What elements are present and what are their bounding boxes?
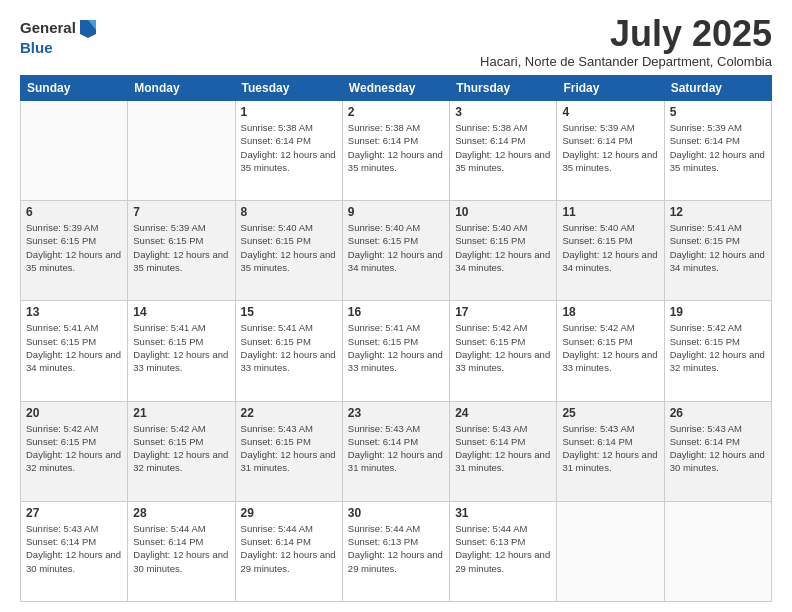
day-info: Sunrise: 5:38 AM Sunset: 6:14 PM Dayligh… — [241, 121, 337, 174]
calendar-day-cell — [21, 101, 128, 201]
day-info: Sunrise: 5:39 AM Sunset: 6:14 PM Dayligh… — [670, 121, 766, 174]
day-number: 4 — [562, 105, 658, 119]
calendar-day-cell: 25Sunrise: 5:43 AM Sunset: 6:14 PM Dayli… — [557, 401, 664, 501]
day-number: 24 — [455, 406, 551, 420]
day-info: Sunrise: 5:40 AM Sunset: 6:15 PM Dayligh… — [241, 221, 337, 274]
calendar-header-row: SundayMondayTuesdayWednesdayThursdayFrid… — [21, 76, 772, 101]
calendar-day-cell: 6Sunrise: 5:39 AM Sunset: 6:15 PM Daylig… — [21, 201, 128, 301]
day-number: 12 — [670, 205, 766, 219]
day-number: 9 — [348, 205, 444, 219]
month-year: July 2025 — [480, 16, 772, 52]
day-number: 19 — [670, 305, 766, 319]
calendar-week-row: 1Sunrise: 5:38 AM Sunset: 6:14 PM Daylig… — [21, 101, 772, 201]
calendar-day-cell: 12Sunrise: 5:41 AM Sunset: 6:15 PM Dayli… — [664, 201, 771, 301]
calendar-day-cell: 30Sunrise: 5:44 AM Sunset: 6:13 PM Dayli… — [342, 501, 449, 601]
day-info: Sunrise: 5:39 AM Sunset: 6:15 PM Dayligh… — [133, 221, 229, 274]
calendar-day-cell: 24Sunrise: 5:43 AM Sunset: 6:14 PM Dayli… — [450, 401, 557, 501]
day-info: Sunrise: 5:38 AM Sunset: 6:14 PM Dayligh… — [348, 121, 444, 174]
day-number: 13 — [26, 305, 122, 319]
calendar-table: SundayMondayTuesdayWednesdayThursdayFrid… — [20, 75, 772, 602]
calendar-day-cell: 31Sunrise: 5:44 AM Sunset: 6:13 PM Dayli… — [450, 501, 557, 601]
day-number: 25 — [562, 406, 658, 420]
day-info: Sunrise: 5:40 AM Sunset: 6:15 PM Dayligh… — [562, 221, 658, 274]
day-number: 8 — [241, 205, 337, 219]
day-info: Sunrise: 5:39 AM Sunset: 6:14 PM Dayligh… — [562, 121, 658, 174]
calendar-day-cell: 28Sunrise: 5:44 AM Sunset: 6:14 PM Dayli… — [128, 501, 235, 601]
day-info: Sunrise: 5:41 AM Sunset: 6:15 PM Dayligh… — [133, 321, 229, 374]
calendar-header-cell: Saturday — [664, 76, 771, 101]
day-number: 29 — [241, 506, 337, 520]
day-info: Sunrise: 5:43 AM Sunset: 6:14 PM Dayligh… — [26, 522, 122, 575]
logo-blue-text: Blue — [20, 39, 53, 56]
calendar-week-row: 20Sunrise: 5:42 AM Sunset: 6:15 PM Dayli… — [21, 401, 772, 501]
calendar-header-cell: Friday — [557, 76, 664, 101]
day-info: Sunrise: 5:44 AM Sunset: 6:14 PM Dayligh… — [241, 522, 337, 575]
logo: General Blue — [20, 16, 98, 57]
day-number: 31 — [455, 506, 551, 520]
calendar-day-cell: 7Sunrise: 5:39 AM Sunset: 6:15 PM Daylig… — [128, 201, 235, 301]
calendar-day-cell: 27Sunrise: 5:43 AM Sunset: 6:14 PM Dayli… — [21, 501, 128, 601]
logo-text: General — [20, 20, 76, 37]
calendar-week-row: 27Sunrise: 5:43 AM Sunset: 6:14 PM Dayli… — [21, 501, 772, 601]
calendar-day-cell: 2Sunrise: 5:38 AM Sunset: 6:14 PM Daylig… — [342, 101, 449, 201]
day-number: 1 — [241, 105, 337, 119]
calendar-day-cell: 17Sunrise: 5:42 AM Sunset: 6:15 PM Dayli… — [450, 301, 557, 401]
day-number: 17 — [455, 305, 551, 319]
day-number: 2 — [348, 105, 444, 119]
calendar-day-cell: 22Sunrise: 5:43 AM Sunset: 6:15 PM Dayli… — [235, 401, 342, 501]
calendar-day-cell: 21Sunrise: 5:42 AM Sunset: 6:15 PM Dayli… — [128, 401, 235, 501]
calendar-day-cell — [128, 101, 235, 201]
day-number: 6 — [26, 205, 122, 219]
day-number: 21 — [133, 406, 229, 420]
calendar-day-cell: 4Sunrise: 5:39 AM Sunset: 6:14 PM Daylig… — [557, 101, 664, 201]
calendar-day-cell — [664, 501, 771, 601]
calendar-header-cell: Monday — [128, 76, 235, 101]
calendar-day-cell: 5Sunrise: 5:39 AM Sunset: 6:14 PM Daylig… — [664, 101, 771, 201]
day-number: 11 — [562, 205, 658, 219]
day-number: 27 — [26, 506, 122, 520]
calendar-header-cell: Wednesday — [342, 76, 449, 101]
day-info: Sunrise: 5:43 AM Sunset: 6:14 PM Dayligh… — [562, 422, 658, 475]
day-number: 23 — [348, 406, 444, 420]
day-number: 7 — [133, 205, 229, 219]
day-number: 10 — [455, 205, 551, 219]
day-info: Sunrise: 5:42 AM Sunset: 6:15 PM Dayligh… — [133, 422, 229, 475]
calendar-day-cell: 10Sunrise: 5:40 AM Sunset: 6:15 PM Dayli… — [450, 201, 557, 301]
calendar-day-cell: 8Sunrise: 5:40 AM Sunset: 6:15 PM Daylig… — [235, 201, 342, 301]
calendar-day-cell — [557, 501, 664, 601]
day-number: 15 — [241, 305, 337, 319]
day-info: Sunrise: 5:41 AM Sunset: 6:15 PM Dayligh… — [26, 321, 122, 374]
calendar-header-cell: Sunday — [21, 76, 128, 101]
day-info: Sunrise: 5:42 AM Sunset: 6:15 PM Dayligh… — [562, 321, 658, 374]
day-info: Sunrise: 5:44 AM Sunset: 6:13 PM Dayligh… — [455, 522, 551, 575]
day-info: Sunrise: 5:42 AM Sunset: 6:15 PM Dayligh… — [455, 321, 551, 374]
day-info: Sunrise: 5:43 AM Sunset: 6:14 PM Dayligh… — [670, 422, 766, 475]
day-number: 26 — [670, 406, 766, 420]
calendar-week-row: 6Sunrise: 5:39 AM Sunset: 6:15 PM Daylig… — [21, 201, 772, 301]
calendar-body: 1Sunrise: 5:38 AM Sunset: 6:14 PM Daylig… — [21, 101, 772, 602]
day-info: Sunrise: 5:41 AM Sunset: 6:15 PM Dayligh… — [241, 321, 337, 374]
day-number: 18 — [562, 305, 658, 319]
day-info: Sunrise: 5:38 AM Sunset: 6:14 PM Dayligh… — [455, 121, 551, 174]
calendar-day-cell: 20Sunrise: 5:42 AM Sunset: 6:15 PM Dayli… — [21, 401, 128, 501]
calendar-day-cell: 23Sunrise: 5:43 AM Sunset: 6:14 PM Dayli… — [342, 401, 449, 501]
day-number: 20 — [26, 406, 122, 420]
calendar-header-cell: Thursday — [450, 76, 557, 101]
calendar-day-cell: 3Sunrise: 5:38 AM Sunset: 6:14 PM Daylig… — [450, 101, 557, 201]
day-info: Sunrise: 5:40 AM Sunset: 6:15 PM Dayligh… — [455, 221, 551, 274]
calendar-day-cell: 11Sunrise: 5:40 AM Sunset: 6:15 PM Dayli… — [557, 201, 664, 301]
day-info: Sunrise: 5:42 AM Sunset: 6:15 PM Dayligh… — [670, 321, 766, 374]
day-number: 3 — [455, 105, 551, 119]
day-info: Sunrise: 5:42 AM Sunset: 6:15 PM Dayligh… — [26, 422, 122, 475]
day-number: 28 — [133, 506, 229, 520]
calendar-week-row: 13Sunrise: 5:41 AM Sunset: 6:15 PM Dayli… — [21, 301, 772, 401]
logo-icon — [78, 16, 98, 40]
calendar-day-cell: 18Sunrise: 5:42 AM Sunset: 6:15 PM Dayli… — [557, 301, 664, 401]
day-info: Sunrise: 5:40 AM Sunset: 6:15 PM Dayligh… — [348, 221, 444, 274]
calendar-day-cell: 16Sunrise: 5:41 AM Sunset: 6:15 PM Dayli… — [342, 301, 449, 401]
calendar-day-cell: 29Sunrise: 5:44 AM Sunset: 6:14 PM Dayli… — [235, 501, 342, 601]
day-number: 22 — [241, 406, 337, 420]
day-info: Sunrise: 5:39 AM Sunset: 6:15 PM Dayligh… — [26, 221, 122, 274]
calendar-day-cell: 13Sunrise: 5:41 AM Sunset: 6:15 PM Dayli… — [21, 301, 128, 401]
day-number: 5 — [670, 105, 766, 119]
